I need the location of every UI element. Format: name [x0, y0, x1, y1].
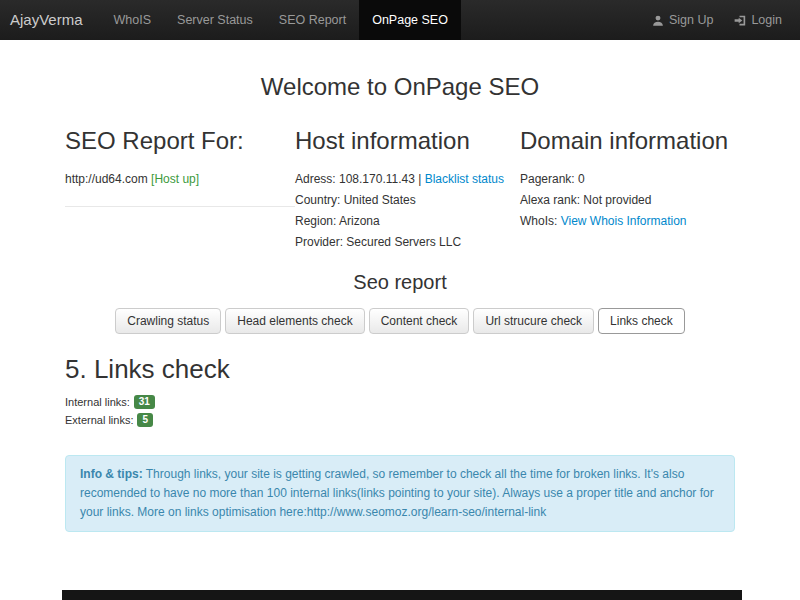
internal-links-row: Internal links: 31 — [65, 395, 800, 409]
internal-links-count-badge: 31 — [134, 395, 155, 409]
report-tab-buttons: Crawling status Head elements check Cont… — [0, 308, 800, 334]
tab-content-check[interactable]: Content check — [369, 308, 470, 334]
domain-pagerank: Pagerank: 0 — [520, 169, 735, 190]
blacklist-status-link[interactable]: Blacklist status — [425, 172, 504, 186]
links-stats: Internal links: 31 External links: 5 — [65, 395, 800, 427]
top-navbar: AjayVerma WhoIS Server Status SEO Report… — [0, 0, 800, 40]
footer-bar — [62, 590, 742, 600]
host-address: Adress: 108.170.11.43 | — [295, 172, 421, 186]
host-status: [Host up] — [151, 172, 199, 186]
nav-item-onpage-seo[interactable]: OnPage SEO — [359, 0, 461, 40]
page-title: Welcome to OnPage SEO — [0, 73, 800, 101]
tab-links-check[interactable]: Links check — [598, 308, 685, 334]
domain-information-section: Domain information Pagerank: 0 Alexa ran… — [520, 127, 735, 253]
links-check-title: 5. Links check — [65, 354, 800, 385]
host-information-title: Host information — [295, 127, 520, 155]
login-icon — [733, 14, 746, 27]
domain-alexa-rank: Alexa rank: Not provided — [520, 190, 735, 211]
seo-report-for-title: SEO Report For: — [65, 127, 295, 155]
divider — [65, 206, 295, 207]
seo-report-section-title: Seo report — [0, 271, 800, 294]
whois-label: WhoIs: — [520, 214, 557, 228]
brand-link[interactable]: AjayVerma — [0, 0, 101, 40]
info-columns: SEO Report For: http://ud64.com [Host up… — [0, 127, 800, 253]
host-region: Region: Arizona — [295, 211, 520, 232]
tab-head-elements-check[interactable]: Head elements check — [225, 308, 364, 334]
nav-right: Sign Up Login — [642, 0, 800, 40]
view-whois-link[interactable]: View Whois Information — [561, 214, 687, 228]
tab-url-structure-check[interactable]: Url strucure check — [473, 308, 594, 334]
user-icon — [652, 14, 664, 27]
info-tips-text: Through links, your site is getting craw… — [80, 467, 714, 519]
host-provider: Provider: Secured Servers LLC — [295, 232, 520, 253]
seo-report-for-section: SEO Report For: http://ud64.com [Host up… — [65, 127, 295, 253]
signup-label: Sign Up — [669, 13, 713, 27]
info-tips-prefix: Info & tips: — [80, 467, 143, 481]
info-tips-alert: Info & tips: Through links, your site is… — [65, 455, 735, 532]
host-information-section: Host information Adress: 108.170.11.43 |… — [295, 127, 520, 253]
internal-links-label: Internal links: — [65, 396, 130, 408]
nav-item-whois[interactable]: WhoIS — [101, 0, 165, 40]
nav-items: WhoIS Server Status SEO Report OnPage SE… — [101, 0, 461, 40]
external-links-label: External links: — [65, 414, 133, 426]
page: AjayVerma WhoIS Server Status SEO Report… — [0, 0, 800, 600]
host-country: Country: United States — [295, 190, 520, 211]
signup-link[interactable]: Sign Up — [642, 0, 723, 40]
login-link[interactable]: Login — [723, 0, 792, 40]
tab-crawling-status[interactable]: Crawling status — [115, 308, 221, 334]
site-url: http://ud64.com — [65, 172, 148, 186]
domain-information-title: Domain information — [520, 127, 735, 155]
external-links-count-badge: 5 — [137, 413, 153, 427]
login-label: Login — [751, 13, 782, 27]
nav-item-server-status[interactable]: Server Status — [164, 0, 266, 40]
external-links-row: External links: 5 — [65, 413, 800, 427]
nav-item-seo-report[interactable]: SEO Report — [266, 0, 359, 40]
